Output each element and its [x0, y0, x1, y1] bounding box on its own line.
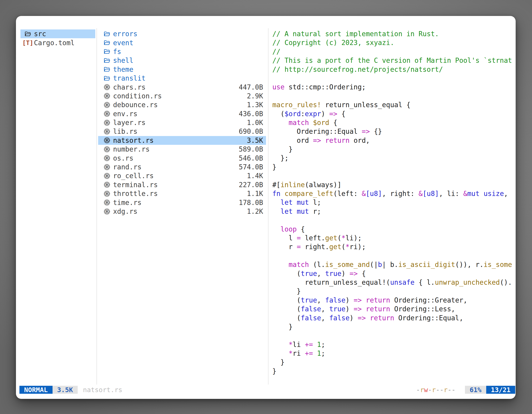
rust-icon: R: [103, 190, 111, 197]
svg-text:R: R: [105, 147, 109, 151]
rust-icon: R: [103, 137, 111, 144]
svg-text:R: R: [105, 112, 109, 116]
rust-icon: R: [103, 101, 111, 109]
file-item-terminal.rs[interactable]: Rterminal.rs227.0B: [98, 180, 266, 189]
code-line: (true, true) => {: [272, 269, 516, 278]
file-item-xdg.rs[interactable]: Rxdg.rs1.2K: [98, 207, 266, 216]
file-item-label: debounce.rs: [113, 101, 158, 109]
dir-item-label: errors: [113, 30, 137, 38]
rust-icon: R: [103, 110, 111, 117]
parent-item-Cargo.toml[interactable]: [T]Cargo.toml: [20, 38, 95, 47]
code-line: *li += 1;: [272, 340, 516, 349]
parent-item-label: Cargo.toml: [34, 39, 75, 47]
yazi-file-manager-window: src[T]Cargo.toml errorseventfsshelltheme…: [16, 16, 516, 399]
code-line: [272, 74, 516, 83]
file-item-size: 2.9K: [247, 92, 266, 100]
file-size-label: 3.5K: [57, 386, 73, 394]
file-item-size: 574.0B: [239, 163, 266, 171]
file-item-ro_cell.rs[interactable]: Rro_cell.rs1.4K: [98, 171, 266, 180]
file-item-size: 227.0B: [239, 181, 266, 189]
code-line: }: [272, 358, 516, 366]
code-line: let mut l;: [272, 198, 516, 207]
file-item-chars.rs[interactable]: Rchars.rs447.0B: [98, 83, 266, 91]
svg-text:R: R: [105, 156, 109, 160]
code-line: (true, false) => return Ordering::Greate…: [272, 296, 516, 305]
code-line: }: [272, 367, 516, 375]
folder-open-icon: [103, 66, 111, 73]
file-item-condition.rs[interactable]: Rcondition.rs2.9K: [98, 92, 266, 100]
file-item-size: 1.0K: [247, 119, 266, 127]
code-line: match $ord {: [272, 118, 516, 127]
code-line: [272, 251, 516, 260]
code-line: ord => return ord,: [272, 136, 516, 145]
status-bar: NORMAL 3.5K natsort.rs -rw-r--r-- 61% 13…: [19, 386, 515, 394]
svg-text:R: R: [105, 121, 109, 125]
file-item-layer.rs[interactable]: Rlayer.rs1.0K: [98, 118, 266, 127]
svg-text:R: R: [105, 165, 109, 169]
parent-item-label: src: [34, 30, 46, 38]
code-line: macro_rules! return_unless_equal {: [272, 100, 516, 109]
pane-separator-left: [96, 28, 97, 385]
code-line: // This is a port of the C version of Ma…: [272, 56, 516, 65]
code-line: };: [272, 154, 516, 163]
svg-text:R: R: [105, 183, 109, 187]
rust-icon: R: [103, 83, 111, 91]
file-item-label: terminal.rs: [113, 181, 158, 189]
file-item-os.rs[interactable]: Ros.rs546.0B: [98, 154, 266, 163]
file-item-label: ro_cell.rs: [113, 172, 154, 180]
file-item-label: rand.rs: [113, 163, 142, 171]
dir-item-label: translit: [113, 74, 146, 82]
dir-item-shell[interactable]: shell: [98, 56, 266, 65]
rust-icon: R: [103, 164, 111, 171]
parent-item-src[interactable]: src: [20, 29, 95, 38]
code-line: ($ord:expr) => {: [272, 109, 516, 118]
mode-indicator: NORMAL: [19, 386, 53, 394]
code-line: //: [272, 47, 516, 56]
file-item-env.rs[interactable]: Renv.rs436.0B: [98, 109, 266, 118]
file-item-number.rs[interactable]: Rnumber.rs589.0B: [98, 145, 266, 154]
code-line: l = left.get(*li);: [272, 234, 516, 242]
file-item-label: lib.rs: [113, 127, 137, 135]
dir-item-label: event: [113, 39, 133, 47]
file-item-size: 1.2K: [247, 207, 266, 215]
dir-item-event[interactable]: event: [98, 38, 266, 47]
status-right-group: -rw-r--r-- 61% 13/21: [416, 386, 515, 394]
file-item-throttle.rs[interactable]: Rthrottle.rs1.1K: [98, 189, 266, 198]
file-preview-pane[interactable]: // A natural sort implementation in Rust…: [272, 29, 516, 376]
dir-item-errors[interactable]: errors: [98, 29, 266, 38]
code-line: [272, 216, 516, 225]
svg-text:R: R: [105, 210, 109, 213]
file-item-debounce.rs[interactable]: Rdebounce.rs1.3K: [98, 100, 266, 109]
file-item-label: env.rs: [113, 110, 137, 118]
scroll-percent-badge: 61%: [465, 386, 486, 394]
file-item-label: natsort.rs: [113, 136, 154, 144]
permissions-string: -rw-r--r--: [416, 386, 456, 394]
rust-icon: R: [103, 119, 111, 126]
file-item-size: 436.0B: [239, 110, 266, 118]
file-item-natsort.rs[interactable]: Rnatsort.rs3.5K: [98, 136, 266, 145]
mode-label: NORMAL: [24, 386, 48, 394]
file-item-time.rs[interactable]: Rtime.rs178.0B: [98, 198, 266, 207]
svg-text:R: R: [105, 192, 109, 196]
svg-text:R: R: [105, 103, 109, 107]
rust-icon: R: [103, 199, 111, 206]
dir-item-theme[interactable]: theme: [98, 65, 266, 74]
rust-icon: R: [103, 154, 111, 162]
cursor-position-badge: 13/21: [486, 386, 515, 394]
folder-open-icon: [103, 48, 111, 55]
file-item-label: throttle.rs: [113, 190, 158, 198]
status-file-name: natsort.rs: [83, 386, 123, 394]
svg-text:R: R: [105, 129, 109, 134]
file-item-size: 1.4K: [247, 172, 266, 180]
folder-open-icon: [103, 75, 111, 82]
file-item-size: 1.1K: [247, 190, 266, 198]
file-item-lib.rs[interactable]: Rlib.rs690.0B: [98, 127, 266, 136]
dir-item-translit[interactable]: translit: [98, 74, 266, 83]
rust-icon: R: [103, 208, 111, 215]
file-item-label: xdg.rs: [113, 207, 137, 215]
dir-item-fs[interactable]: fs: [98, 47, 266, 56]
code-line: (false, false) => return Ordering::Equal…: [272, 314, 516, 322]
code-line: Ordering::Equal => {}: [272, 127, 516, 136]
file-item-rand.rs[interactable]: Rrand.rs574.0B: [98, 163, 266, 171]
file-item-label: time.rs: [113, 199, 142, 207]
